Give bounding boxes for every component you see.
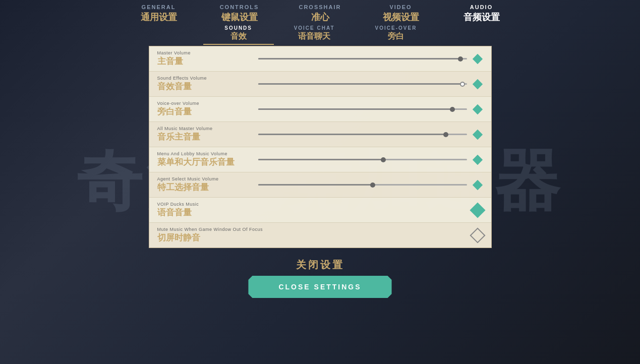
slider-container-2[interactable] — [258, 108, 467, 110]
slider-track-1 — [258, 83, 467, 85]
setting-labels-0: Master Volume 主音量 — [157, 50, 258, 67]
setting-control-7 — [263, 230, 483, 241]
setting-cn-0: 主音量 — [157, 55, 258, 67]
slider-container-4[interactable] — [258, 159, 467, 160]
reset-diamond-4[interactable] — [472, 154, 483, 165]
nav-tab-controls[interactable]: CONTROLS 键鼠设置 — [199, 4, 280, 23]
slider-track-2 — [258, 108, 467, 110]
diamond-shape-1 — [473, 79, 483, 89]
setting-cn-7: 切屏时静音 — [157, 232, 263, 244]
close-section: 关闭设置 CLOSE SETTINGS — [248, 258, 391, 298]
close-label-cn: 关闭设置 — [296, 258, 344, 272]
sub-tab-en-voice-over: VOICE-OVER — [375, 25, 417, 31]
nav-tab-en-controls: CONTROLS — [220, 4, 259, 10]
setting-labels-5: Agent Select Music Volume 特工选择音量 — [157, 176, 258, 193]
setting-row: Mute Music When Game Window Out Of Focus… — [149, 223, 491, 248]
sub-tab-en-sounds: SOUNDS — [224, 25, 252, 31]
setting-labels-4: Menu And Lobby Music Volume 菜单和大厅音乐音量 — [157, 151, 258, 168]
setting-control-6 — [258, 205, 483, 216]
reset-diamond-0[interactable] — [472, 53, 483, 65]
sub-tab-cn-voice-chat: 语音聊天 — [298, 31, 330, 42]
reset-diamond-2[interactable] — [472, 104, 483, 115]
diamond-shape-4 — [473, 155, 483, 165]
slider-track-0 — [258, 58, 467, 59]
nav-tab-cn-controls: 键鼠设置 — [221, 11, 258, 23]
setting-en-6: VOIP Ducks Music — [157, 202, 258, 207]
setting-row: Sound Effects Volume 音效音量 — [149, 72, 491, 97]
nav-tab-en-video: VIDEO — [389, 4, 412, 10]
nav-tab-cn-general: 通用设置 — [141, 11, 177, 23]
setting-row: Voice-over Volume 旁白音量 — [149, 97, 491, 122]
slider-thumb-2[interactable] — [450, 107, 455, 112]
sub-tab-en-voice-chat: VOICE CHAT — [294, 25, 335, 31]
setting-cn-2: 旁白音量 — [157, 106, 258, 117]
sub-tab-cn-sounds: 音效 — [230, 31, 247, 42]
setting-row: Master Volume 主音量 — [149, 46, 491, 72]
slider-track-3 — [258, 134, 467, 135]
slider-thumb-3[interactable] — [443, 132, 448, 137]
setting-control-5 — [258, 179, 483, 191]
toggle-on-6[interactable] — [472, 205, 483, 216]
diamond-shape-2 — [473, 104, 483, 114]
reset-diamond-3[interactable] — [472, 129, 483, 140]
nav-tab-en-audio: AUDIO — [470, 4, 493, 10]
setting-cn-6: 语音音量 — [157, 207, 258, 218]
slider-container-5[interactable] — [258, 184, 467, 186]
slider-fill-4 — [258, 159, 383, 160]
toggle-outline-7 — [470, 227, 485, 243]
nav-tab-audio[interactable]: AUDIO 音频设置 — [441, 4, 522, 23]
nav-tab-cn-video: 视频设置 — [383, 11, 419, 23]
setting-labels-2: Voice-over Volume 旁白音量 — [157, 101, 258, 117]
nav-tab-video[interactable]: VIDEO 视频设置 — [361, 4, 441, 23]
slider-thumb-1[interactable] — [460, 82, 465, 87]
setting-row: Menu And Lobby Music Volume 菜单和大厅音乐音量 — [149, 147, 491, 172]
reset-diamond-1[interactable] — [472, 79, 483, 90]
setting-labels-1: Sound Effects Volume 音效音量 — [157, 76, 258, 92]
slider-fill-0 — [258, 58, 461, 59]
toggle-off-7[interactable] — [472, 230, 483, 241]
slider-thumb-4[interactable] — [381, 157, 386, 162]
slider-thumb-0[interactable] — [458, 56, 463, 62]
diamond-shape-0 — [473, 54, 483, 64]
setting-control-1 — [258, 79, 483, 90]
setting-control-0 — [258, 53, 483, 65]
nav-tab-crosshair[interactable]: CROSSHAIR 准心 — [280, 4, 361, 23]
setting-row: Agent Select Music Volume 特工选择音量 — [149, 172, 491, 198]
slider-container-3[interactable] — [258, 134, 467, 135]
setting-en-3: All Music Master Volume — [157, 126, 258, 131]
setting-labels-6: VOIP Ducks Music 语音音量 — [157, 202, 258, 218]
close-settings-button[interactable]: CLOSE SETTINGS — [248, 276, 391, 298]
sub-tab-voice-chat[interactable]: VOICE CHAT 语音聊天 — [274, 25, 355, 45]
setting-control-3 — [258, 129, 483, 140]
sub-tab-voice-over[interactable]: VOICE-OVER 旁白 — [355, 25, 437, 45]
setting-labels-3: All Music Master Volume 音乐主音量 — [157, 126, 258, 143]
slider-thumb-5[interactable] — [370, 183, 375, 188]
settings-panel: Master Volume 主音量 Sound Effects Volume — [149, 46, 492, 248]
setting-row: All Music Master Volume 音乐主音量 — [149, 122, 491, 147]
nav-tab-en-general: GENERAL — [142, 4, 176, 10]
setting-labels-7: Mute Music When Game Window Out Of Focus… — [157, 227, 263, 244]
setting-control-4 — [258, 154, 483, 165]
settings-overlay: GENERAL 通用设置 CONTROLS 键鼠设置 CROSSHAIR 准心 … — [0, 0, 640, 364]
setting-en-4: Menu And Lobby Music Volume — [157, 151, 258, 156]
slider-fill-3 — [258, 134, 446, 135]
setting-en-2: Voice-over Volume — [157, 101, 258, 106]
setting-en-5: Agent Select Music Volume — [157, 176, 258, 181]
sub-nav: SOUNDS 音效 VOICE CHAT 语音聊天 VOICE-OVER 旁白 — [203, 25, 437, 45]
setting-cn-1: 音效音量 — [157, 81, 258, 92]
diamond-shape-3 — [473, 130, 483, 140]
slider-track-5 — [258, 184, 467, 186]
setting-row: VOIP Ducks Music 语音音量 — [149, 198, 491, 223]
slider-track-4 — [258, 159, 467, 160]
toggle-diamond-6 — [470, 202, 485, 218]
reset-diamond-5[interactable] — [472, 179, 483, 191]
main-nav: GENERAL 通用设置 CONTROLS 键鼠设置 CROSSHAIR 准心 … — [0, 0, 640, 23]
nav-tab-cn-audio: 音频设置 — [463, 11, 500, 23]
slider-fill-2 — [258, 108, 452, 110]
slider-container-0[interactable] — [258, 58, 467, 59]
nav-tab-en-crosshair: CROSSHAIR — [299, 4, 341, 10]
sub-tab-sounds[interactable]: SOUNDS 音效 — [203, 25, 274, 45]
setting-en-0: Master Volume — [157, 50, 258, 55]
nav-tab-general[interactable]: GENERAL 通用设置 — [119, 4, 199, 23]
slider-container-1[interactable] — [258, 83, 467, 85]
